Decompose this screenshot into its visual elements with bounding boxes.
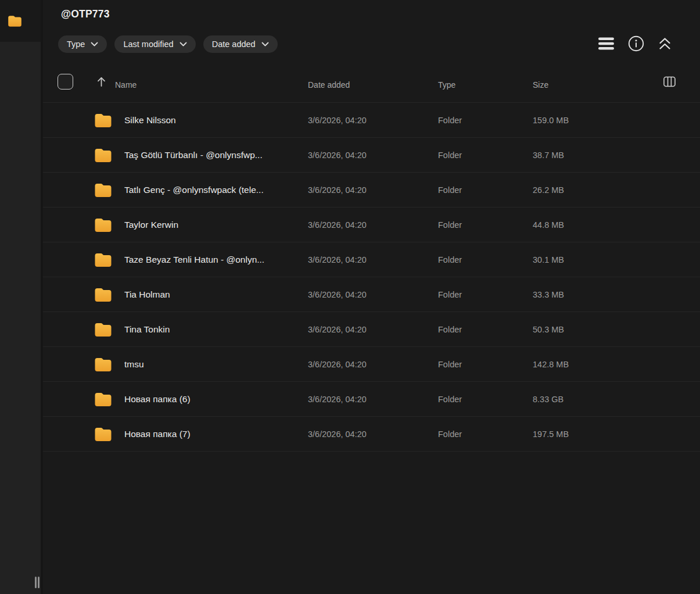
file-date-added: 3/6/2026, 04:20: [308, 116, 367, 125]
folder-icon: [94, 356, 112, 372]
file-type: Folder: [438, 220, 462, 230]
column-header-type[interactable]: Type: [438, 80, 455, 90]
file-size: 30.1 MB: [533, 255, 564, 264]
file-name: tmsu: [124, 359, 144, 370]
filter-date-added-button[interactable]: Date added: [203, 35, 278, 53]
folder-icon: [94, 321, 112, 337]
file-date-added: 3/6/2026, 04:20: [308, 430, 367, 439]
file-date-added: 3/6/2026, 04:20: [308, 255, 367, 264]
folder-icon: [94, 147, 112, 163]
file-type: Folder: [438, 395, 462, 404]
file-manager-window: @OTP773 Type Last modified Date added: [0, 0, 700, 594]
file-name: Tia Holman: [124, 289, 170, 300]
filter-bar: Type Last modified Date added: [58, 35, 278, 53]
file-name: Tina Tonkin: [124, 324, 170, 335]
columns-icon: [663, 76, 676, 87]
filter-type-label: Type: [67, 40, 85, 49]
file-type: Folder: [438, 255, 462, 264]
chevron-down-icon: [261, 42, 269, 46]
filter-last-modified-label: Last modified: [123, 40, 173, 49]
folder-icon: [94, 217, 112, 232]
column-header-name[interactable]: Name: [115, 80, 137, 90]
file-type: Folder: [438, 430, 462, 439]
table-row[interactable]: Taş Götlü Türbanlı - @onlynsfwp... 3/6/2…: [43, 138, 700, 173]
file-date-added: 3/6/2026, 04:20: [308, 360, 367, 369]
table-row[interactable]: Новая папка (7) 3/6/2026, 04:20 Folder 1…: [43, 417, 700, 452]
file-name: Taylor Kerwin: [124, 220, 178, 230]
file-date-added: 3/6/2026, 04:20: [308, 151, 367, 160]
file-list: Silke Nilsson 3/6/2026, 04:20 Folder 159…: [43, 102, 700, 452]
folder-icon: [94, 182, 112, 198]
page-title: @OTP773: [61, 8, 110, 20]
file-size: 197.5 MB: [533, 430, 569, 439]
file-date-added: 3/6/2026, 04:20: [308, 325, 367, 334]
file-size: 8.33 GB: [533, 395, 563, 404]
vertical-grip-icon: [35, 577, 37, 588]
columns-settings-button[interactable]: [663, 76, 676, 87]
folder-icon: [94, 426, 112, 442]
file-type: Folder: [438, 360, 462, 369]
table-header: Name Date added Type Size: [43, 67, 700, 102]
folder-icon: [94, 252, 112, 267]
select-all-checkbox[interactable]: [58, 74, 73, 90]
file-size: 50.3 MB: [533, 325, 564, 334]
table-row[interactable]: Tia Holman 3/6/2026, 04:20 Folder 33.3 M…: [43, 277, 700, 312]
file-type: Folder: [438, 116, 462, 125]
column-header-date-added[interactable]: Date added: [308, 80, 350, 90]
file-size: 159.0 MB: [533, 116, 569, 125]
sidebar-folder-shortcut[interactable]: [0, 0, 41, 42]
info-circle-icon: [628, 35, 644, 52]
folder-icon: [8, 15, 22, 27]
file-name: Taş Götlü Türbanlı - @onlynsfwp...: [124, 150, 263, 160]
folder-icon: [94, 391, 112, 407]
file-size: 44.8 MB: [533, 220, 564, 230]
collapse-button[interactable]: [658, 35, 672, 52]
sort-direction-button[interactable]: [96, 76, 106, 87]
file-name: Taze Beyaz Tenli Hatun - @onlyn...: [124, 255, 264, 265]
table-row[interactable]: Taylor Kerwin 3/6/2026, 04:20 Folder 44.…: [43, 207, 700, 242]
file-type: Folder: [438, 185, 462, 195]
file-size: 33.3 MB: [533, 290, 564, 299]
filter-type-button[interactable]: Type: [58, 35, 107, 53]
file-type: Folder: [438, 325, 462, 334]
file-name: Tatlı Genç - @onlynsfwpack (tele...: [124, 185, 264, 195]
panel-resize-handle[interactable]: [33, 576, 41, 589]
info-button[interactable]: [628, 35, 644, 52]
file-type: Folder: [438, 151, 462, 160]
table-row[interactable]: Новая папка (6) 3/6/2026, 04:20 Folder 8…: [43, 382, 700, 417]
view-options-button[interactable]: [598, 35, 615, 52]
filter-date-added-label: Date added: [212, 40, 256, 49]
toolbar-actions: [598, 35, 672, 52]
content-area: @OTP773 Type Last modified Date added: [43, 0, 700, 594]
file-date-added: 3/6/2026, 04:20: [308, 220, 367, 230]
arrow-up-icon: [96, 76, 106, 87]
chevron-down-icon: [180, 42, 187, 46]
filter-last-modified-button[interactable]: Last modified: [114, 35, 195, 53]
file-size: 26.2 MB: [533, 185, 564, 195]
folder-icon: [94, 112, 112, 128]
folder-icon: [94, 287, 112, 302]
table-row[interactable]: Taze Beyaz Tenli Hatun - @onlyn... 3/6/2…: [43, 242, 700, 277]
table-row[interactable]: Tatlı Genç - @onlynsfwpack (tele... 3/6/…: [43, 173, 700, 207]
sidebar: [0, 0, 41, 594]
column-header-size[interactable]: Size: [533, 80, 548, 90]
table-row[interactable]: Tina Tonkin 3/6/2026, 04:20 Folder 50.3 …: [43, 312, 700, 347]
file-date-added: 3/6/2026, 04:20: [308, 395, 367, 404]
table-row[interactable]: Silke Nilsson 3/6/2026, 04:20 Folder 159…: [43, 103, 700, 138]
vertical-grip-icon: [38, 577, 40, 588]
file-date-added: 3/6/2026, 04:20: [308, 290, 367, 299]
file-name: Новая папка (6): [124, 394, 191, 405]
chevrons-up-icon: [658, 37, 672, 51]
chevron-down-icon: [91, 42, 98, 46]
file-name: Silke Nilsson: [124, 115, 176, 126]
table-row[interactable]: tmsu 3/6/2026, 04:20 Folder 142.8 MB: [43, 347, 700, 382]
file-name: Новая папка (7): [124, 429, 191, 439]
list-lines-icon: [598, 36, 615, 51]
file-size: 38.7 MB: [533, 151, 564, 160]
file-date-added: 3/6/2026, 04:20: [308, 185, 367, 195]
file-type: Folder: [438, 290, 462, 299]
file-size: 142.8 MB: [533, 360, 569, 369]
